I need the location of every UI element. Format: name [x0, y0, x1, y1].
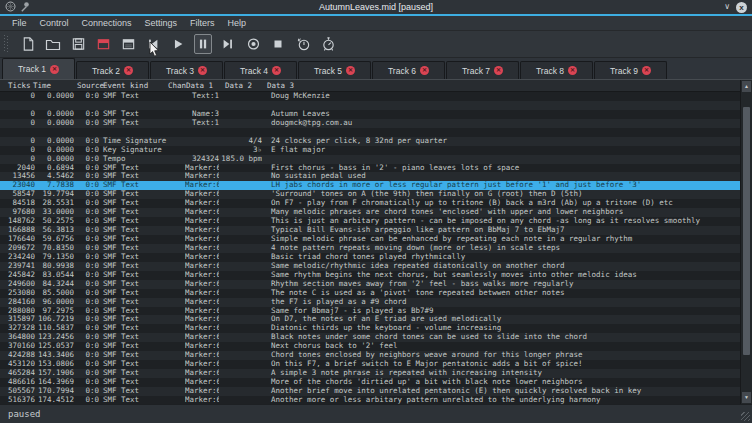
cell-time: 85.5000 — [35, 289, 74, 298]
cell-data1: Marker:6 — [185, 342, 219, 351]
timer-button[interactable] — [294, 34, 312, 54]
cell-chan — [168, 244, 185, 253]
tab-close-icon[interactable]: ✕ — [198, 66, 207, 75]
table-row[interactable]: 20400.68940:0SMF TextMarker:6First choru… — [0, 164, 740, 173]
close-window-button[interactable]: x — [736, 2, 747, 13]
table-row[interactable]: 24584283.05440:0SMF TextMarker:6Same rhy… — [0, 271, 740, 280]
scroll-down-button[interactable]: ▼ — [742, 392, 751, 403]
play-button[interactable] — [169, 34, 187, 54]
table-row[interactable]: 23424079.13500:0SMF TextMarker:6Basic tr… — [0, 253, 740, 262]
tab-close-icon[interactable]: ✕ — [272, 66, 281, 75]
cell-data2 — [219, 244, 262, 253]
cell-source: 0:0 — [74, 271, 99, 280]
scrollbar-thumb[interactable] — [743, 107, 750, 355]
table-row[interactable]: 465284157.19060:0SMF TextMarker:6A simpl… — [0, 369, 740, 378]
table-row[interactable]: 00.00000:0Tempo324324185.0 bpm — [0, 155, 740, 164]
table-row[interactable]: 505567170.79940:0SMF TextMarker:6Another… — [0, 387, 740, 396]
tab-track-5[interactable]: Track 5✕ — [298, 61, 371, 79]
cell-data3: Diatonic thirds up the keyboard - volume… — [267, 324, 740, 333]
table-row-blank[interactable] — [0, 128, 740, 137]
toolbar-drag-handle[interactable] — [4, 35, 8, 53]
record-button[interactable] — [244, 34, 262, 54]
table-row[interactable]: 8451828.55310:0SMF TextMarker:6On F7 - p… — [0, 199, 740, 208]
open-folder-button[interactable] — [44, 34, 62, 54]
table-row[interactable]: 370160125.05370:0SMF TextMarker:6Next ch… — [0, 342, 740, 351]
close-file-red-button[interactable] — [94, 34, 112, 54]
cell-data3: 24 clocks per click, 8 32nd per quarter — [267, 137, 740, 146]
pause-button[interactable] — [194, 34, 212, 54]
chevron-down-icon[interactable]: ∨ — [724, 3, 730, 11]
table-row[interactable]: 486616164.39690:0SMF TextMarker:6More of… — [0, 378, 740, 387]
timer-icon — [296, 36, 311, 52]
event-list-window-button[interactable] — [119, 34, 137, 54]
cell-ticks: 249600 — [0, 280, 35, 289]
cell-data2 — [219, 378, 262, 387]
cell-kind: SMF Text — [99, 333, 168, 342]
table-row[interactable]: 23974180.99380:0SMF TextMarker:6Same mel… — [0, 262, 740, 271]
table-row[interactable]: 00.00000:0Key Signature3♭E flat major — [0, 146, 740, 155]
cell-ticks: 23040 — [0, 181, 35, 190]
menu-item-settings[interactable]: Settings — [143, 18, 180, 28]
menu-item-file[interactable]: File — [10, 18, 29, 28]
tab-close-icon[interactable]: ✕ — [420, 66, 429, 75]
table-row[interactable]: 453120153.08060:0SMF TextMarker:6On this… — [0, 360, 740, 369]
tab-close-icon[interactable]: ✕ — [568, 66, 577, 75]
table-row[interactable]: 00.00000:0SMF TextText:1dougmck@tpg.com.… — [0, 119, 740, 128]
cell-data3: 'Surround' tones on A (the 9th) then fin… — [267, 190, 740, 199]
stop-button[interactable] — [269, 34, 287, 54]
tab-close-icon[interactable]: ✕ — [642, 66, 651, 75]
menu-item-help[interactable]: Help — [226, 18, 249, 28]
cell-source: 0:0 — [74, 146, 99, 155]
table-row[interactable]: 17664059.67560:0SMF TextMarker:6Simple m… — [0, 235, 740, 244]
table-row[interactable]: 00.00000:0SMF TextName:3Autumn Leaves — [0, 110, 740, 119]
cell-data2 — [219, 342, 262, 351]
table-row[interactable]: 28416096.00000:0SMF TextMarker:6the F7 i… — [0, 298, 740, 307]
menu-item-control[interactable]: Control — [38, 18, 71, 28]
tab-close-icon[interactable]: ✕ — [494, 66, 503, 75]
save-button[interactable] — [69, 34, 87, 54]
metronome-button[interactable] — [319, 34, 337, 54]
table-row[interactable]: 9768033.00000:0SMF TextMarker:6Many melo… — [0, 208, 740, 217]
table-row[interactable]: 327328110.58370:0SMF TextMarker:6Diatoni… — [0, 324, 740, 333]
table-row[interactable]: 25308085.50000:0SMF TextMarker:6The note… — [0, 289, 740, 298]
resize-grip[interactable] — [741, 412, 750, 421]
table-row[interactable]: 516376174.45120:0SMF TextMarker:6Another… — [0, 396, 740, 404]
table-row[interactable]: 14876250.25750:0SMF TextMarker:6This is … — [0, 217, 740, 226]
cell-source: 0:0 — [74, 164, 99, 173]
cell-source: 0:0 — [74, 289, 99, 298]
table-row-blank[interactable] — [0, 101, 740, 110]
table-row[interactable]: 424288143.34060:0SMF TextMarker:6Chord t… — [0, 351, 740, 360]
cell-ticks: 0 — [0, 155, 35, 164]
tab-close-icon[interactable]: ✕ — [346, 66, 355, 75]
cell-ticks: 97680 — [0, 208, 35, 217]
menu-item-connections[interactable]: Connections — [80, 18, 134, 28]
table-row[interactable]: 28808097.29750:0SMF TextMarker:6Same for… — [0, 307, 740, 316]
tab-track-9[interactable]: Track 9✕ — [594, 61, 667, 79]
tab-close-icon[interactable]: ✕ — [124, 66, 133, 75]
table-row[interactable]: 00.00000:0SMF TextText:1Doug McKenzie — [0, 92, 740, 101]
table-row[interactable]: 16688856.38130:0SMF TextMarker:6Typical … — [0, 226, 740, 235]
menu-item-filters[interactable]: Filters — [188, 18, 217, 28]
table-row[interactable]: 364800123.24560:0SMF TextMarker:6Black n… — [0, 333, 740, 342]
table-row[interactable]: 20967270.83500:0SMF TextMarker:64 note p… — [0, 244, 740, 253]
vertical-scrollbar[interactable]: ▲ ▼ — [740, 80, 752, 404]
tab-track-6[interactable]: Track 6✕ — [372, 61, 445, 79]
tab-track-8[interactable]: Track 8✕ — [520, 61, 593, 79]
table-row[interactable]: 315897106.72190:0SMF TextMarker:6On D7, … — [0, 315, 740, 324]
table-row[interactable]: 24960084.32440:0SMF TextMarker:6Rhythm s… — [0, 280, 740, 289]
table-row[interactable]: 134564.54620:0SMF TextMarker:6No sustain… — [0, 172, 740, 181]
skip-to-end-button[interactable] — [219, 34, 237, 54]
tab-close-icon[interactable]: ✕ — [50, 65, 59, 74]
table-row[interactable]: 5854719.77940:0SMF TextMarker:6'Surround… — [0, 190, 740, 199]
new-file-button[interactable] — [19, 34, 37, 54]
scroll-up-button[interactable]: ▲ — [742, 81, 751, 92]
tab-track-3[interactable]: Track 3✕ — [150, 61, 223, 79]
table-row[interactable]: 00.00000:0Time Signature4/424 clocks per… — [0, 137, 740, 146]
tab-track-7[interactable]: Track 7✕ — [446, 61, 519, 79]
tab-track-2[interactable]: Track 2✕ — [76, 61, 149, 79]
table-body: 00.00000:0SMF TextText:1Doug McKenzie00.… — [0, 92, 740, 404]
tab-track-1[interactable]: Track 1✕ — [2, 58, 75, 79]
table-row[interactable]: 230407.78380:0SMF TextMarker:6LH jabs ch… — [0, 181, 740, 190]
tab-track-4[interactable]: Track 4✕ — [224, 61, 297, 79]
skip-to-start-button[interactable] — [144, 34, 162, 54]
